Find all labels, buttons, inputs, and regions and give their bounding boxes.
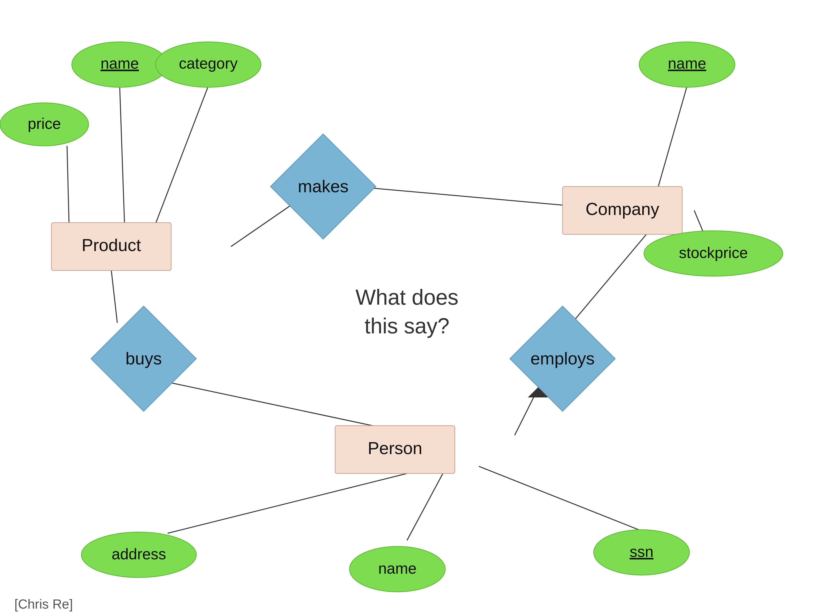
attr-product-price-label: price — [28, 115, 61, 132]
question-line1: What does — [356, 285, 458, 309]
connector-product-category — [156, 86, 208, 224]
attr-company-name-label: name — [668, 55, 706, 72]
er-diagram: Product Company Person makes buys employ… — [0, 0, 840, 616]
connector-product-makes — [231, 204, 292, 246]
credit-label: [Chris Re] — [14, 597, 73, 612]
entity-company-label: Company — [585, 199, 659, 219]
question-line2: this say? — [364, 314, 449, 338]
connector-product-name — [120, 86, 125, 223]
connector-employs-company — [572, 234, 646, 323]
attr-product-name-label: name — [100, 55, 139, 72]
connector-buys-person — [170, 383, 395, 430]
attr-company-stockprice-label: stockprice — [679, 244, 748, 261]
connector-person-name2 — [407, 474, 443, 540]
entity-person-label: Person — [368, 439, 422, 458]
attr-person-ssn-label: ssn — [630, 543, 653, 560]
connector-company-name — [658, 86, 687, 186]
relation-buys-label: buys — [125, 349, 162, 368]
connector-product-buys — [111, 270, 117, 323]
attr-person-name-label: name — [378, 560, 416, 577]
entity-product-label: Product — [82, 236, 141, 255]
attr-product-category-label: category — [179, 55, 237, 72]
connector-person-address — [168, 474, 407, 533]
attr-person-address-label: address — [112, 546, 166, 563]
connector-person-ssn — [479, 466, 641, 531]
relation-employs-label: employs — [531, 349, 594, 368]
relation-makes-label: makes — [298, 177, 349, 196]
